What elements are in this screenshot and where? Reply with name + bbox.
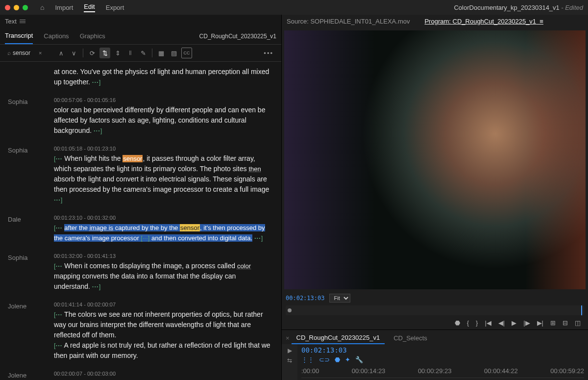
viewer-controls: 00:02:13:03 Fit: [282, 292, 588, 304]
ruler-tick: 00:00:29:23: [418, 367, 452, 375]
panel-header: Text: [0, 15, 281, 28]
out-point-icon[interactable]: }: [476, 319, 478, 327]
transcript-text[interactable]: at once. You've got the physics of light…: [54, 67, 271, 87]
tab-transcript[interactable]: Transcript: [5, 28, 33, 44]
block-timecode: 00:01:23:10 - 00:01:32:00: [54, 215, 271, 221]
transcript-block[interactable]: Sophia00:00:57:06 - 00:01:05:16color can…: [5, 92, 276, 141]
minimize-window[interactable]: [14, 5, 19, 10]
block-timecode: 00:02:00:07 - 00:02:03:00: [54, 371, 271, 377]
speaker-label: Sophia: [5, 97, 54, 136]
timeline-ruler[interactable]: :00:0000:00:14:2300:00:29:2300:00:44:220…: [301, 366, 584, 378]
viewer-timecode: 00:02:13:03: [286, 295, 324, 302]
insert-clip-icon[interactable]: ⊞: [550, 319, 556, 327]
ruler-tick: 00:00:44:22: [484, 367, 518, 375]
home-icon[interactable]: ⌂: [40, 3, 44, 11]
transcript-list[interactable]: at once. You've got the physics of light…: [0, 62, 281, 380]
filter-toggle[interactable]: ⇅: [99, 48, 110, 58]
export-frame-icon[interactable]: ◫: [575, 319, 581, 327]
transcript-text[interactable]: [··· after the image is captured by the …: [54, 223, 271, 243]
selection-tool-icon[interactable]: ▶: [288, 347, 292, 354]
step-back-icon[interactable]: ◀|: [498, 319, 505, 327]
transcript-block[interactable]: Sophia00:01:05:18 - 00:01:23:10[··· When…: [5, 141, 276, 210]
playhead[interactable]: [581, 305, 582, 315]
zoom-select[interactable]: Fit: [329, 294, 350, 303]
timeline-timecode: 00:02:13:03: [301, 346, 584, 354]
timeline-tab-active[interactable]: CD_RoughCut_20230225_v1: [292, 332, 385, 344]
speaker-label: [5, 67, 54, 87]
close-window[interactable]: [5, 5, 10, 10]
block-timecode: 00:01:05:18 - 00:01:23:10: [54, 146, 271, 152]
scrubber-start[interactable]: [288, 308, 292, 312]
tab-captions[interactable]: Captions: [44, 28, 69, 44]
search-icon: ⌕: [7, 50, 11, 56]
block-timecode: 00:01:41:14 - 00:02:00:07: [54, 302, 271, 307]
timeline-tools: ▶ ⇆: [282, 344, 297, 380]
speaker-label: Sophia: [5, 253, 54, 292]
sequence-name: CD_RoughCut_20230225_v1: [199, 33, 276, 40]
transcript-block[interactable]: Jolene00:01:41:14 - 00:02:00:07[··· The …: [5, 297, 276, 366]
program-viewer[interactable]: [284, 30, 586, 289]
program-tab[interactable]: Program: CD_RoughCut_20230225_v1 ≡: [424, 18, 543, 25]
overwrite-clip-icon[interactable]: ⊟: [563, 319, 568, 327]
transport-controls: ⬣ { } |◀ ◀| ▶ |▶ ▶| ⊞ ⊟ ◫: [282, 316, 588, 329]
window-controls: [5, 5, 28, 10]
transcript-block[interactable]: Dale00:01:23:10 - 00:01:32:00[··· after …: [5, 210, 276, 248]
go-to-out-icon[interactable]: ▶|: [537, 319, 543, 327]
cc-icon[interactable]: CC: [181, 48, 192, 58]
edit-icon[interactable]: ✎: [138, 48, 148, 58]
source-program-tabs: Source: SOPHIEDALE_INT01_ALEXA.mov Progr…: [282, 15, 588, 28]
insert-icon[interactable]: ▦: [156, 48, 167, 58]
search-box[interactable]: ⌕ ×: [5, 49, 54, 57]
transcript-text[interactable]: [··· When it comes to displaying the ima…: [54, 261, 271, 292]
transcript-toolbar: ⌕ × ∧ ∨ ⟳ ⇅ ⇕ ⫴ ✎ ▦ ▨ CC •••: [0, 45, 281, 62]
app-title-bar: ⌂ Import Edit Export ColorDocumentary_kp…: [0, 0, 588, 15]
next-match[interactable]: ∨: [69, 48, 79, 58]
scrubber[interactable]: [286, 305, 584, 315]
speaker-label: Dale: [5, 215, 54, 243]
split-icon[interactable]: ⫴: [125, 48, 136, 58]
timeline-tab-2[interactable]: CD_Selects: [389, 332, 432, 344]
panel-menu-icon[interactable]: [20, 19, 25, 24]
workspace-nav: ⌂ Import Edit Export: [40, 3, 124, 12]
step-fwd-icon[interactable]: |▶: [523, 319, 530, 327]
ripple-tool-icon[interactable]: ⇆: [287, 357, 292, 364]
text-panel: Text Transcript Captions Graphics CD_Rou…: [0, 15, 282, 380]
in-point-icon[interactable]: {: [467, 319, 469, 327]
more-menu[interactable]: •••: [261, 50, 276, 57]
block-timecode: 00:01:32:00 - 00:01:41:13: [54, 253, 271, 259]
snap-icon[interactable]: ⋮⋮: [301, 356, 314, 363]
source-tab[interactable]: Source: SOPHIEDALE_INT01_ALEXA.mov: [287, 18, 410, 25]
speaker-label: Sophia: [5, 146, 54, 205]
go-to-in-icon[interactable]: |◀: [485, 319, 491, 327]
document-title: ColorDocumentary_kp_20230314_v1 - Edited: [454, 4, 583, 11]
transcript-block[interactable]: Sophia00:01:32:00 - 00:01:41:13[··· When…: [5, 248, 276, 297]
marker-tool-icon[interactable]: ⬣: [335, 356, 340, 363]
marker-icon[interactable]: ⬣: [455, 319, 460, 327]
search-input[interactable]: [13, 50, 37, 56]
nav-import[interactable]: Import: [55, 4, 73, 11]
nav-edit[interactable]: Edit: [84, 3, 95, 12]
settings-icon[interactable]: ✦: [345, 356, 350, 363]
prev-match[interactable]: ∧: [56, 48, 67, 58]
transcript-text[interactable]: [··· When light hits the sensor, it pass…: [54, 153, 271, 205]
wrench-icon[interactable]: 🔧: [355, 356, 363, 363]
speaker-label: Jolene: [5, 371, 54, 380]
ruler-tick: 00:00:59:22: [550, 367, 584, 375]
timeline-toggles: ⋮⋮ ⊂⊃ ⬣ ✦ 🔧: [301, 356, 584, 363]
play-icon[interactable]: ▶: [512, 319, 516, 327]
link-icon[interactable]: ⊂⊃: [319, 356, 330, 363]
refresh-icon[interactable]: ⟳: [87, 48, 98, 58]
transcript-block[interactable]: at once. You've got the physics of light…: [5, 62, 276, 92]
overwrite-icon[interactable]: ▨: [169, 48, 179, 58]
nav-export[interactable]: Export: [106, 4, 124, 11]
merge-icon[interactable]: ⇕: [112, 48, 123, 58]
timeline-tabs: × CD_RoughCut_20230225_v1 CD_Selects: [282, 330, 588, 344]
tab-graphics[interactable]: Graphics: [80, 28, 105, 44]
maximize-window[interactable]: [23, 5, 28, 10]
speaker-label: Jolene: [5, 302, 54, 361]
transcript-block[interactable]: Jolene00:02:00:07 - 00:02:03:00[··· We c…: [5, 366, 276, 380]
transcript-text[interactable]: [··· The colors we see are not inherent …: [54, 309, 271, 361]
transcript-text[interactable]: color can be perceived differently by di…: [54, 105, 271, 136]
clear-search[interactable]: ×: [37, 50, 43, 56]
video-frame: [284, 30, 586, 289]
